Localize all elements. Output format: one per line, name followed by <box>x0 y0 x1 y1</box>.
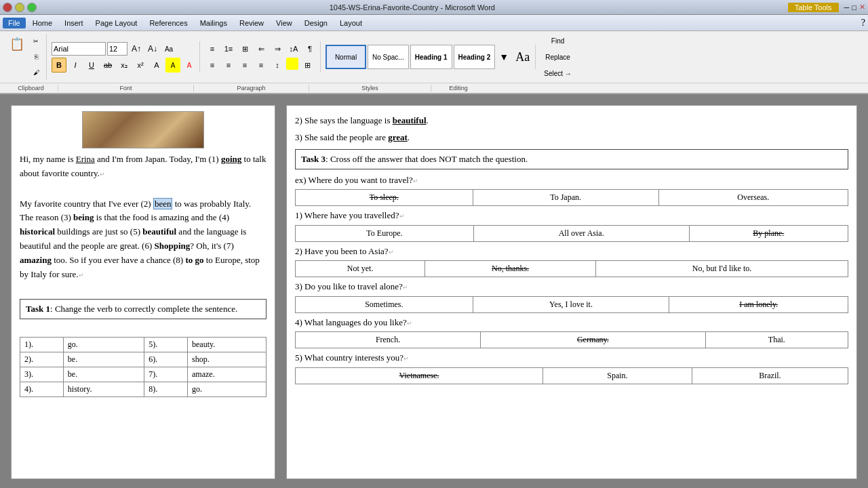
underline-button[interactable]: U <box>84 58 99 73</box>
close-btn[interactable] <box>3 3 12 12</box>
cell-8num: 8). <box>144 382 188 397</box>
paragraph-label: Paragraph <box>194 85 309 92</box>
more-styles-button[interactable]: ▼ <box>496 49 511 64</box>
cell-4num: 4). <box>20 382 64 397</box>
align-right-button[interactable]: ≡ <box>237 58 252 73</box>
line-spacing-button[interactable]: ↕ <box>270 58 285 73</box>
left-panel[interactable]: Hi, my name is Erina and I'm from Japan.… <box>11 105 275 479</box>
option-vietnamese: Vietnamese. <box>296 367 543 384</box>
q1-question: 1) Where have you travelled?↵ <box>295 209 848 222</box>
option-i-am-lonely: I am lonely. <box>669 296 848 312</box>
q4-answer-table: French. Germany. Thai. <box>295 331 848 348</box>
cell-2num: 2). <box>20 352 64 367</box>
cell-7num: 7). <box>144 367 188 382</box>
cell-7word: amaze. <box>188 367 267 382</box>
multilevel-button[interactable]: ⊞ <box>237 41 252 56</box>
menu-file[interactable]: File <box>3 18 26 28</box>
shading-button[interactable] <box>286 58 298 70</box>
question-3: 3) She said the people are great. <box>295 131 848 145</box>
cell-1word: go. <box>63 338 144 352</box>
shrink-font-button[interactable]: A↓ <box>145 41 160 56</box>
copy-button[interactable]: ⎘ <box>28 49 43 64</box>
subscript-button[interactable]: x₂ <box>117 58 132 73</box>
style-no-spacing[interactable]: No Spac... <box>368 45 409 69</box>
bullets-button[interactable]: ≡ <box>205 41 220 56</box>
table-tools-tab[interactable]: Table Tools <box>788 3 839 12</box>
grow-font-button[interactable]: A↑ <box>129 41 144 56</box>
ex-question: ex) Where do you want to travel?↵ <box>295 174 848 187</box>
cell-5word: beauty. <box>188 338 267 352</box>
text-highlight-button[interactable]: A <box>165 58 180 73</box>
going-word: going <box>221 154 241 164</box>
menu-layout[interactable]: Layout <box>334 18 368 28</box>
font-size-input[interactable] <box>107 42 127 56</box>
style-normal[interactable]: Normal <box>326 45 366 69</box>
minimize-icon[interactable]: ─ <box>844 3 850 12</box>
ex-answer-table: To sleep. To Japan. Overseas. <box>295 189 848 206</box>
clipboard-label: Clipboard <box>4 85 58 92</box>
menu-view[interactable]: View <box>271 18 298 28</box>
font-color-button[interactable]: A <box>182 58 197 73</box>
help-icon[interactable]: ? <box>861 18 865 28</box>
superscript-button[interactable]: x² <box>133 58 148 73</box>
align-center-button[interactable]: ≡ <box>221 58 236 73</box>
sort-button[interactable]: ↕A <box>286 41 301 56</box>
align-left-button[interactable]: ≡ <box>205 58 220 73</box>
change-styles-button[interactable]: Aa <box>513 49 532 66</box>
font-group: A↑ A↓ Aa B I U ab x₂ x² A A A <box>49 41 200 73</box>
minimize-btn[interactable] <box>15 3 24 12</box>
table-row: 3). be. 7). amaze. <box>20 367 267 382</box>
font-name-input[interactable] <box>52 42 106 56</box>
cell-3num: 3). <box>20 367 64 382</box>
close-icon[interactable]: ✕ <box>859 3 865 12</box>
style-heading1[interactable]: Heading 1 <box>410 45 452 69</box>
italic-button[interactable]: I <box>68 58 83 73</box>
replace-button[interactable]: Replace <box>542 49 574 64</box>
task1-label: Task 1 <box>26 304 50 314</box>
toolbar: 📋 ✂ ⎘ 🖌 A↑ A↓ Aa B I U ab <box>0 31 868 83</box>
restore-icon[interactable]: □ <box>852 3 856 12</box>
menu-mailings[interactable]: Mailings <box>195 18 233 28</box>
paste-button[interactable]: 📋 <box>7 34 27 54</box>
menu-review[interactable]: Review <box>234 18 269 28</box>
strikethrough-button[interactable]: ab <box>100 58 115 73</box>
clipboard-group: 📋 ✂ ⎘ 🖌 <box>4 34 47 80</box>
been-word: been <box>153 198 173 209</box>
menu-references[interactable]: References <box>144 18 193 28</box>
table-row: 2). be. 6). shop. <box>20 352 267 367</box>
bold-button[interactable]: B <box>52 58 66 73</box>
cell-1num: 1). <box>20 338 64 352</box>
cut-button[interactable]: ✂ <box>28 34 43 49</box>
justify-button[interactable]: ≡ <box>254 58 269 73</box>
menu-design[interactable]: Design <box>299 18 333 28</box>
maximize-btn[interactable] <box>27 3 37 12</box>
text-effects-button[interactable]: A <box>149 58 164 73</box>
decrease-indent-button[interactable]: ⇐ <box>254 41 269 56</box>
style-heading2[interactable]: Heading 2 <box>454 45 496 69</box>
option-no-thanks: No, thanks. <box>425 261 596 277</box>
increase-indent-button[interactable]: ⇒ <box>270 41 285 56</box>
option-yes-love-it: Yes, I love it. <box>473 296 669 312</box>
option-overseas: Overseas. <box>658 190 848 206</box>
font-label: Font <box>58 85 194 92</box>
show-formatting-button[interactable]: ¶ <box>302 41 317 56</box>
menu-page-layout[interactable]: Page Layout <box>90 18 143 28</box>
cell-3word: be. <box>63 367 144 382</box>
para-marker-2: ↵ <box>79 272 84 279</box>
menu-home[interactable]: Home <box>27 18 58 28</box>
historical-word: historical <box>20 226 55 237</box>
food-image <box>82 111 204 148</box>
paragraph-1: Hi, my name is Erina and I'm from Japan.… <box>20 152 267 181</box>
option-spain: Spain. <box>542 367 692 384</box>
menu-insert[interactable]: Insert <box>59 18 89 28</box>
select-button[interactable]: Select → <box>540 66 575 81</box>
right-panel[interactable]: 2) She says the language is beautiful. 3… <box>286 105 857 479</box>
numbering-button[interactable]: 1≡ <box>221 41 236 56</box>
beautiful-word: beautiful <box>142 226 176 237</box>
borders-button[interactable]: ⊞ <box>300 58 315 73</box>
format-painter-button[interactable]: 🖌 <box>28 65 43 80</box>
clear-format-button[interactable]: Aa <box>161 41 176 56</box>
q1-answer-table: To Europe. All over Asia. By plane. <box>295 225 848 242</box>
find-button[interactable]: Find <box>548 33 568 48</box>
table-row: 4). history. 8). go. <box>20 382 267 397</box>
